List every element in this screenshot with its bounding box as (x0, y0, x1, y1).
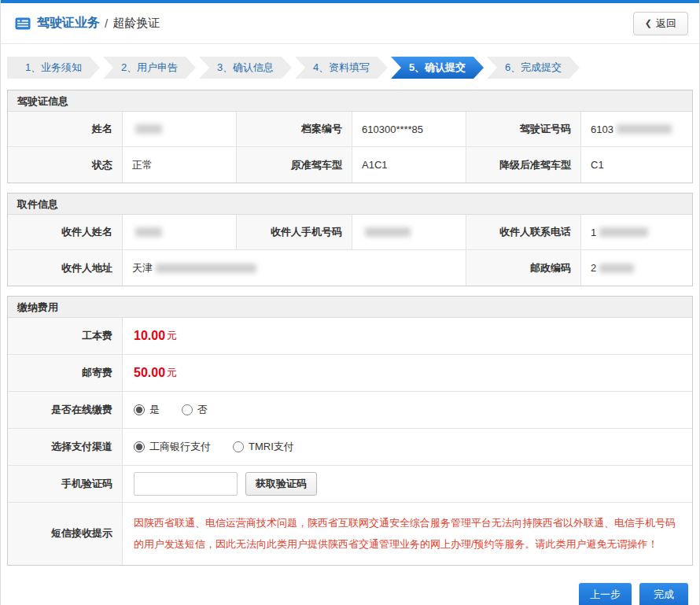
online-yes-label: 是 (149, 403, 160, 417)
page: 驾驶证业务 / 超龄换证 ❮ 返回 1、业务须知 2、用户申告 3、确认信息 4… (0, 0, 700, 605)
downgraded-class-value: C1 (581, 147, 692, 183)
tmri-pay-label: TMRI支付 (249, 440, 294, 454)
verification-code-row: 手机验证码 获取验证码 (8, 466, 692, 503)
page-subtitle: 超龄换证 (112, 16, 160, 31)
finish-button[interactable]: 完成 (639, 583, 688, 605)
status-value: 正常 (123, 147, 237, 183)
online-no-label: 否 (197, 403, 208, 417)
footer-actions: 上一步 完成 (1, 575, 699, 605)
get-code-button[interactable]: 获取验证码 (245, 472, 317, 496)
prev-step-button[interactable]: 上一步 (579, 583, 632, 605)
online-payment-row: 是否在线缴费 是 否 (8, 392, 692, 429)
production-fee-value: 10.00 元 (123, 318, 692, 354)
recipient-tel-value: 1 (581, 215, 692, 250)
step-tab-2[interactable]: 2、用户申告 (103, 57, 196, 79)
name-value (123, 112, 237, 147)
pickup-table: 收件人姓名 收件人手机号码 收件人联系电话 1 收件人地址 天津 邮政编码 2 (8, 215, 692, 286)
recipient-name-label: 收件人姓名 (8, 215, 123, 250)
original-class-label: 原准驾车型 (237, 147, 352, 183)
file-number-value: 610300****85 (352, 112, 466, 147)
fees-section-title: 缴纳费用 (8, 297, 692, 318)
header: 驾驶证业务 / 超龄换证 ❮ 返回 (1, 3, 699, 44)
redacted-value (135, 124, 162, 134)
recipient-address-label: 收件人地址 (8, 250, 123, 286)
license-business-icon (15, 17, 31, 30)
recipient-mobile-label: 收件人手机号码 (237, 215, 352, 250)
verification-code-input[interactable] (134, 472, 238, 496)
pickup-section-title: 取件信息 (8, 194, 692, 215)
step-tab-6[interactable]: 6、完成提交 (487, 57, 580, 79)
recipient-mobile-value (352, 215, 466, 250)
license-number-value: 6103 (581, 112, 692, 147)
license-section-title: 驾驶证信息 (8, 90, 692, 112)
license-number-label: 驾驶证号码 (466, 112, 581, 147)
step-tab-1[interactable]: 1、业务须知 (7, 57, 100, 79)
sms-notice-row: 短信接收提示 因陕西省联通、电信运营商技术问题，陕西省互联网交通安全综合服务管理… (8, 503, 692, 565)
sms-notice-label: 短信接收提示 (8, 503, 123, 565)
zip-code-value: 2 (581, 250, 692, 286)
license-table: 姓名 档案编号 610300****85 驾驶证号码 6103 状态 正常 原准… (8, 112, 692, 183)
recipient-name-value (123, 215, 237, 250)
breadcrumb-separator: / (105, 17, 108, 30)
back-button[interactable]: ❮ 返回 (633, 12, 688, 35)
online-no-radio[interactable] (182, 404, 193, 415)
verification-code-label: 手机验证码 (8, 466, 123, 502)
production-fee-label: 工本费 (8, 318, 123, 354)
payment-channel-label: 选择支付渠道 (8, 429, 123, 465)
step-tab-5-active[interactable]: 5、确认提交 (391, 57, 484, 79)
postage-fee-value: 50.00 元 (123, 355, 692, 391)
fees-section: 缴纳费用 工本费 10.00 元 邮寄费 50.00 元 是否在线缴费 是 (7, 296, 693, 566)
status-label: 状态 (8, 147, 123, 183)
icbc-pay-option[interactable]: 工商银行支付 (134, 440, 211, 454)
recipient-tel-label: 收件人联系电话 (466, 215, 581, 250)
step-nav: 1、业务须知 2、用户申告 3、确认信息 4、资料填写 5、确认提交 6、完成提… (1, 44, 699, 90)
page-title: 驾驶证业务 (37, 15, 100, 31)
name-label: 姓名 (8, 112, 123, 147)
icbc-pay-radio[interactable] (134, 441, 145, 452)
file-number-label: 档案编号 (237, 112, 352, 147)
icbc-pay-label: 工商银行支付 (149, 440, 211, 454)
redacted-value (617, 124, 672, 134)
payment-channel-row: 选择支付渠道 工商银行支付 TMRI支付 (8, 429, 692, 466)
sms-notice-text: 因陕西省联通、电信运营商技术问题，陕西省互联网交通安全综合服务管理平台无法向持陕… (134, 509, 681, 559)
redacted-value (135, 227, 162, 237)
online-yes-option[interactable]: 是 (134, 403, 160, 417)
zip-code-label: 邮政编码 (466, 250, 581, 286)
redacted-value (156, 264, 256, 273)
recipient-address-value: 天津 (123, 250, 466, 286)
pickup-info-section: 取件信息 收件人姓名 收件人手机号码 收件人联系电话 1 收件人地址 天津 邮政… (7, 193, 693, 286)
redacted-value (599, 227, 648, 237)
license-info-section: 驾驶证信息 姓名 档案编号 610300****85 驾驶证号码 6103 状态… (7, 90, 693, 183)
online-payment-label: 是否在线缴费 (8, 392, 123, 428)
redacted-value (365, 227, 411, 237)
payment-channel-options: 工商银行支付 TMRI支付 (123, 429, 692, 465)
postage-fee-row: 邮寄费 50.00 元 (8, 355, 692, 392)
postage-fee-label: 邮寄费 (8, 355, 123, 391)
redacted-value (599, 264, 634, 273)
verification-code-controls: 获取验证码 (123, 466, 692, 502)
production-fee-row: 工本费 10.00 元 (8, 318, 692, 355)
downgraded-class-label: 降级后准驾车型 (466, 147, 581, 183)
tmri-pay-option[interactable]: TMRI支付 (233, 440, 294, 454)
online-no-option[interactable]: 否 (182, 403, 208, 417)
online-yes-radio[interactable] (134, 404, 145, 415)
sms-notice-body: 因陕西省联通、电信运营商技术问题，陕西省互联网交通安全综合服务管理平台无法向持陕… (123, 503, 692, 565)
original-class-value: A1C1 (352, 147, 466, 183)
step-tab-4[interactable]: 4、资料填写 (295, 57, 388, 79)
tmri-pay-radio[interactable] (233, 441, 244, 452)
step-tab-3[interactable]: 3、确认信息 (199, 57, 292, 79)
back-label: 返回 (656, 17, 676, 31)
chevron-left-icon: ❮ (645, 18, 652, 28)
online-payment-options: 是 否 (123, 392, 692, 428)
